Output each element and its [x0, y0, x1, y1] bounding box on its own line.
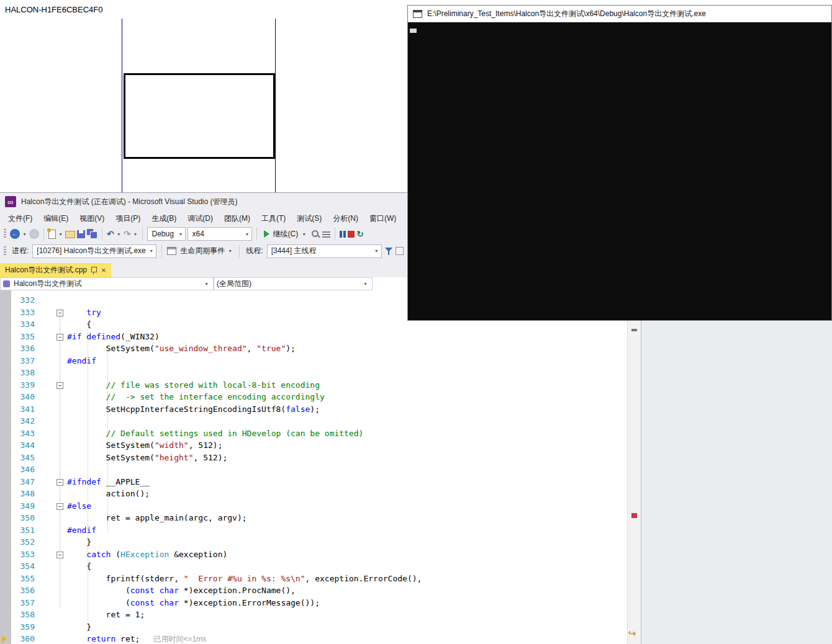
process-combo[interactable]: [10276] Halcon导出文件测试.exe ▾ — [32, 244, 156, 258]
code-line-353[interactable]: 353− catch (HException &exception) — [0, 549, 627, 561]
dropdown-caret-icon[interactable]: ▾ — [301, 231, 307, 237]
dropdown-caret-icon[interactable]: ▾ — [374, 248, 379, 254]
code-line-347[interactable]: 347−#ifndef __APPLE__ — [0, 476, 627, 489]
close-icon[interactable]: × — [101, 266, 106, 274]
code-editor[interactable]: 332333− try334 {335−#if defined(_WIN32)3… — [0, 290, 641, 644]
continue-button[interactable]: 继续(C) ▾ — [261, 226, 309, 241]
vs-window-title: Halcon导出文件测试 (正在调试) - Microsoft Visual S… — [21, 197, 238, 207]
restart-icon[interactable]: ↻ — [356, 229, 364, 239]
dropdown-caret-icon[interactable]: ▾ — [116, 231, 122, 237]
new-file-icon[interactable] — [48, 230, 56, 239]
dropdown-caret-icon[interactable]: ▾ — [132, 231, 138, 237]
line-number: 342 — [11, 416, 35, 426]
menu-item-9[interactable]: 分析(N) — [327, 210, 364, 225]
redo-icon[interactable]: ↷ — [124, 229, 131, 239]
line-number: 354 — [11, 561, 35, 571]
code-line-335[interactable]: 335−#if defined(_WIN32) — [0, 331, 627, 344]
dropdown-caret-icon[interactable]: ▾ — [22, 231, 27, 237]
menu-item-3[interactable]: 项目(P) — [110, 210, 146, 225]
navigate-back-icon[interactable]: ← — [10, 229, 20, 239]
thread-combo[interactable]: [3444] 主线程 ▾ — [267, 244, 382, 258]
solution-configuration-combo[interactable]: Debug ▾ — [147, 227, 186, 241]
break-all-icon[interactable] — [340, 230, 346, 238]
code-line-346[interactable]: 346 — [0, 464, 627, 476]
fold-toggle-icon[interactable]: − — [57, 552, 63, 558]
halcon-graphics-window[interactable]: HALCON-H1FE6CBEC4F0 — [0, 0, 409, 192]
halcon-region-line-left — [122, 19, 122, 192]
members-combo[interactable]: (全局范围) ▾ — [214, 277, 373, 290]
solution-platform-combo[interactable]: x64 ▾ — [188, 227, 252, 241]
menu-item-7[interactable]: 工具(T) — [256, 210, 291, 225]
search-icon[interactable] — [311, 230, 320, 239]
code-line-358[interactable]: 358 ret = 1; — [0, 609, 627, 622]
save-all-icon[interactable] — [87, 229, 97, 239]
code-line-340[interactable]: 340 // -> set the interface encoding acc… — [0, 391, 627, 404]
code-line-351[interactable]: 351#endif — [0, 525, 627, 537]
filter-icon[interactable] — [384, 247, 393, 256]
output-window-icon[interactable] — [322, 231, 330, 238]
undo-icon[interactable]: ↶ — [107, 229, 114, 239]
menu-item-10[interactable]: 窗口(W) — [364, 210, 402, 225]
dropdown-caret-icon[interactable]: ▾ — [204, 281, 209, 287]
console-window[interactable]: E:\Preliminary_Test_Items\Halcon导出文件测试\x… — [407, 5, 832, 321]
code-line-341[interactable]: 341 SetHcppInterfaceStringEncodingIsUtf8… — [0, 404, 627, 416]
code-line-342[interactable]: 342 — [0, 416, 627, 428]
code-line-350[interactable]: 350 ret = apple_main(argc, argv); — [0, 512, 627, 525]
menu-item-0[interactable]: 文件(F) — [2, 210, 38, 225]
toolbar-grip[interactable] — [4, 246, 6, 256]
menu-item-5[interactable]: 调试(D) — [182, 210, 219, 225]
save-icon[interactable] — [77, 230, 85, 238]
editor-vertical-scrollbar[interactable]: ↪ — [627, 290, 641, 644]
perf-tip[interactable]: 已用时间<=1ms — [153, 635, 206, 643]
menu-item-6[interactable]: 团队(M) — [219, 210, 256, 225]
code-line-343[interactable]: 343 // Default settings used in HDevelop… — [0, 428, 627, 441]
line-number: 355 — [11, 574, 35, 583]
code-line-345[interactable]: 345 SetSystem("height", 512); — [0, 452, 627, 465]
code-line-359[interactable]: 359 } — [0, 622, 627, 634]
menu-item-1[interactable]: 编辑(E) — [38, 210, 74, 225]
members-combo-value: (全局范围) — [217, 279, 251, 289]
toolbar-separator — [161, 245, 162, 257]
code-line-337[interactable]: 337#endif — [0, 356, 627, 368]
code-line-355[interactable]: 355 fprintf(stderr, " Error #%u in %s: %… — [0, 573, 627, 586]
dropdown-caret-icon[interactable]: ▾ — [244, 231, 250, 237]
toolbar-grip[interactable] — [4, 229, 6, 239]
fold-toggle-icon[interactable]: − — [57, 503, 63, 510]
code-line-344[interactable]: 344 SetSystem("width", 512); — [0, 440, 627, 452]
open-file-icon[interactable] — [65, 231, 75, 238]
dropdown-caret-icon[interactable]: ▾ — [178, 231, 183, 237]
scrollbar-breakpoint-mark — [631, 513, 637, 518]
lifecycle-events-dropdown[interactable]: 生命周期事件 ▾ — [179, 246, 234, 256]
code-line-354[interactable]: 354 { — [0, 561, 627, 573]
menu-item-2[interactable]: 视图(V) — [74, 210, 110, 225]
fold-toggle-icon[interactable]: − — [57, 334, 63, 341]
fold-toggle-icon[interactable]: − — [57, 382, 63, 389]
line-number: 333 — [11, 308, 35, 317]
pin-icon[interactable] — [91, 267, 97, 272]
code-line-336[interactable]: 336 SetSystem("use_window_thread", "true… — [0, 343, 627, 356]
code-line-338[interactable]: 338 — [0, 367, 627, 380]
flag-icon[interactable] — [396, 247, 404, 255]
fold-toggle-icon[interactable]: − — [57, 310, 63, 316]
tab-halcon-cpp[interactable]: Halcon导出文件测试.cpp × — [0, 263, 111, 277]
code-line-352[interactable]: 352 } — [0, 537, 627, 549]
dropdown-caret-icon[interactable]: ▾ — [148, 248, 154, 254]
code-line-339[interactable]: 339− // file was stored with local-8-bit… — [0, 380, 627, 392]
code-line-360[interactable]: 360 return ret;已用时间<=1ms — [0, 633, 627, 644]
code-text: #ifndef __APPLE__ — [67, 477, 150, 486]
code-line-348[interactable]: 348 action(); — [0, 488, 627, 501]
code-line-349[interactable]: 349−#else — [0, 501, 627, 513]
dropdown-caret-icon[interactable]: ▾ — [363, 281, 368, 287]
line-number: 359 — [11, 622, 35, 632]
stop-debugging-icon[interactable] — [348, 231, 355, 238]
types-combo[interactable]: Halcon导出文件测试 ▾ — [0, 277, 214, 290]
console-title-bar[interactable]: E:\Preliminary_Test_Items\Halcon导出文件测试\x… — [408, 6, 831, 22]
dropdown-caret-icon[interactable]: ▾ — [58, 231, 63, 237]
menu-item-4[interactable]: 生成(B) — [146, 210, 182, 225]
menu-item-8[interactable]: 测试(S) — [291, 210, 327, 225]
fold-toggle-icon[interactable]: − — [57, 479, 63, 486]
navigate-forward-icon[interactable]: → — [29, 229, 39, 239]
code-line-356[interactable]: 356 (const char *)exception.ProcName(), — [0, 585, 627, 597]
dropdown-caret-icon[interactable]: ▾ — [227, 248, 233, 254]
code-line-357[interactable]: 357 (const char *)exception.ErrorMessage… — [0, 597, 627, 610]
